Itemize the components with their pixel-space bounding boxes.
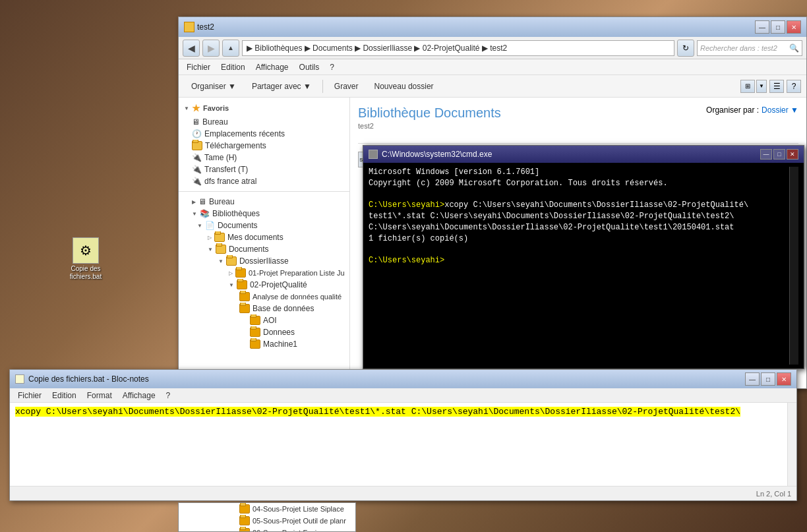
sidebar-item-dfs[interactable]: 🔌 dfs france atral bbox=[179, 175, 349, 187]
sidebar-item-recents[interactable]: 🕐 Emplacements récents bbox=[179, 128, 349, 140]
sidebar-divider bbox=[179, 191, 349, 192]
cmd-line-1: Microsoft Windows [version 6.1.7601] Cop… bbox=[369, 167, 668, 188]
notepad-close-button[interactable]: ✕ bbox=[777, 372, 791, 386]
dil-folder-icon bbox=[226, 256, 237, 266]
sidebar-item-bibliotheques[interactable]: ▼ 📚 Bibliothèques bbox=[179, 208, 349, 220]
dossier-link[interactable]: Dossier ▼ bbox=[762, 105, 798, 115]
sidebar-item-02projetqual[interactable]: ▼ 02-ProjetQualité bbox=[179, 279, 349, 291]
notepad-maximize-button[interactable]: □ bbox=[761, 372, 775, 386]
bib-triangle: ▼ bbox=[192, 211, 197, 217]
view-list-button[interactable]: ☰ bbox=[769, 80, 784, 93]
01p-folder-icon bbox=[235, 268, 246, 278]
sidebar-item-aoi[interactable]: AOI bbox=[179, 314, 349, 326]
sidebar-item-transfert[interactable]: 🔌 Transfert (T) bbox=[179, 163, 349, 175]
05-folder-icon bbox=[239, 516, 250, 525]
desktop-icon-label: Copie des fichiers.bat bbox=[63, 265, 109, 281]
toolbar-separator bbox=[322, 80, 323, 93]
explorer-window-title: test2 bbox=[197, 22, 214, 32]
menu-affichage[interactable]: Affichage bbox=[251, 61, 294, 73]
explorer-title-left: test2 bbox=[184, 22, 755, 32]
forward-button[interactable]: ▶ bbox=[202, 40, 220, 57]
sidebar-item-telechargements[interactable]: Téléchargements bbox=[179, 140, 349, 152]
panel-divider bbox=[358, 143, 798, 144]
docs-icon: 📄 bbox=[205, 221, 215, 230]
sidebar-item-01projet[interactable]: ▷ 01-Projet Preparation Liste Ju bbox=[179, 267, 349, 279]
sidebar-item-bureau2[interactable]: ▶ 🖥 Bureau bbox=[179, 196, 349, 208]
cmd-minimize-button[interactable]: — bbox=[760, 149, 772, 160]
sidebar-item-base[interactable]: Base de données bbox=[179, 303, 349, 314]
up-button[interactable]: ▲ bbox=[222, 40, 239, 57]
notepad-window: Copie des fichiers.bat - Bloc-notes — □ … bbox=[9, 369, 797, 501]
organiser-button[interactable]: Organiser ▼ bbox=[184, 79, 243, 94]
notepad-menu-affichage[interactable]: Affichage bbox=[117, 390, 161, 401]
menu-help[interactable]: ? bbox=[324, 61, 340, 73]
view-details-button[interactable]: ⊞ bbox=[740, 80, 755, 93]
notepad-text-area[interactable]: xcopy C:\Users\seyahi\Documents\DossierI… bbox=[10, 403, 787, 486]
notepad-text-row: xcopy C:\Users\seyahi\Documents\DossierI… bbox=[10, 403, 796, 486]
notepad-minimize-button[interactable]: — bbox=[745, 372, 760, 386]
panel-subtitle: test2 bbox=[358, 122, 501, 130]
search-icon: 🔍 bbox=[789, 44, 799, 53]
sidebar-item-documents2[interactable]: ▼ Documents bbox=[179, 243, 349, 255]
06-folder-icon bbox=[239, 528, 250, 532]
sidebar-item-04[interactable]: 04-Sous-Projet Liste Siplace bbox=[179, 503, 355, 515]
bureau2-triangle: ▶ bbox=[192, 199, 196, 205]
cmd-title-text: C:\Windows\system32\cmd.exe bbox=[382, 150, 492, 159]
notepad-menu-format[interactable]: Format bbox=[82, 390, 117, 401]
refresh-button[interactable]: ↻ bbox=[677, 40, 694, 57]
notepad-status-bar: Ln 2, Col 1 bbox=[10, 486, 796, 500]
cmd-maximize-button[interactable]: □ bbox=[773, 149, 785, 160]
menu-edition[interactable]: Edition bbox=[216, 61, 251, 73]
search-placeholder: Rechercher dans : test2 bbox=[700, 44, 788, 52]
docs2-triangle: ▼ bbox=[208, 247, 213, 252]
explorer-minimize-button[interactable]: — bbox=[755, 20, 769, 34]
explorer-maximize-button[interactable]: □ bbox=[771, 20, 785, 34]
sidebar-item-mesdocs[interactable]: ▷ Mes documents bbox=[179, 231, 349, 243]
bureau2-icon: 🖥 bbox=[198, 197, 206, 206]
back-button[interactable]: ◀ bbox=[183, 40, 200, 57]
batch-file-icon: ⚙ bbox=[73, 237, 99, 264]
notepad-menu-fichier[interactable]: Fichier bbox=[13, 390, 47, 401]
menu-outils[interactable]: Outils bbox=[294, 61, 325, 73]
favoris-label: Favoris bbox=[203, 104, 229, 112]
04-folder-icon bbox=[239, 504, 250, 514]
explorer-menu-bar: Fichier Edition Affichage Outils ? bbox=[179, 59, 806, 75]
cmd-window-icon bbox=[369, 150, 378, 159]
docs-triangle: ▼ bbox=[197, 223, 202, 229]
cmd-title-left: C:\Windows\system32\cmd.exe bbox=[369, 150, 492, 159]
sidebar-item-tame[interactable]: 🔌 Tame (H) bbox=[179, 152, 349, 163]
help-button[interactable]: ? bbox=[787, 80, 801, 93]
cmd-close-button[interactable]: ✕ bbox=[787, 149, 798, 160]
view-dropdown-button[interactable]: ▼ bbox=[756, 80, 767, 93]
sidebar-item-05[interactable]: 05-Sous-Projet Outil de planr bbox=[179, 515, 355, 527]
sidebar-item-bureau[interactable]: 🖥 Bureau bbox=[179, 116, 349, 128]
favoris-header[interactable]: ▼ ★ Favoris bbox=[179, 100, 349, 116]
desktop-icon-copie[interactable]: ⚙ Copie des fichiers.bat bbox=[63, 237, 109, 281]
analyse-folder-icon bbox=[239, 292, 250, 301]
cmd-prompt-end: C:\Users\seyahi> bbox=[369, 256, 444, 265]
notepad-title-bar: Copie des fichiers.bat - Bloc-notes — □ … bbox=[10, 370, 796, 388]
notepad-menu-edition[interactable]: Edition bbox=[47, 390, 82, 401]
sidebar-item-06[interactable]: 06-Sous-Projet Fusion bbox=[179, 527, 355, 532]
toolbar-right: ⊞ ▼ ☰ ? bbox=[740, 80, 801, 93]
cmd-scrollbar[interactable] bbox=[789, 167, 798, 365]
sidebar-item-dossieriliasse[interactable]: ▼ DossierIliasse bbox=[179, 255, 349, 267]
partager-button[interactable]: Partager avec ▼ bbox=[245, 79, 318, 94]
dil-triangle: ▼ bbox=[218, 258, 224, 264]
explorer-close-button[interactable]: ✕ bbox=[787, 20, 801, 34]
explorer-bottom-sidebar: 04-Sous-Projet Liste Siplace 05-Sous-Pro… bbox=[178, 502, 356, 532]
sidebar-item-donnees[interactable]: Donnees bbox=[179, 326, 349, 338]
notepad-menu-help[interactable]: ? bbox=[161, 390, 176, 401]
graver-button[interactable]: Graver bbox=[327, 79, 366, 94]
sidebar-item-machine1[interactable]: Machine1 bbox=[179, 338, 349, 350]
menu-fichier[interactable]: Fichier bbox=[181, 61, 216, 73]
sidebar-item-documents[interactable]: ▼ 📄 Documents bbox=[179, 220, 349, 231]
nouveau-dossier-button[interactable]: Nouveau dossier bbox=[367, 79, 441, 94]
docs2-folder-icon bbox=[216, 245, 226, 254]
search-box[interactable]: Rechercher dans : test2 🔍 bbox=[697, 40, 802, 56]
address-input[interactable]: ▶ Bibliothèques ▶ Documents ▶ DossierIli… bbox=[242, 40, 674, 56]
sidebar-item-analyse[interactable]: Analyse de données qualité bbox=[179, 291, 349, 303]
transfert-icon: 🔌 bbox=[192, 165, 202, 174]
explorer-toolbar: Organiser ▼ Partager avec ▼ Graver Nouve… bbox=[179, 75, 806, 98]
notepad-scrollbar[interactable] bbox=[787, 403, 796, 486]
